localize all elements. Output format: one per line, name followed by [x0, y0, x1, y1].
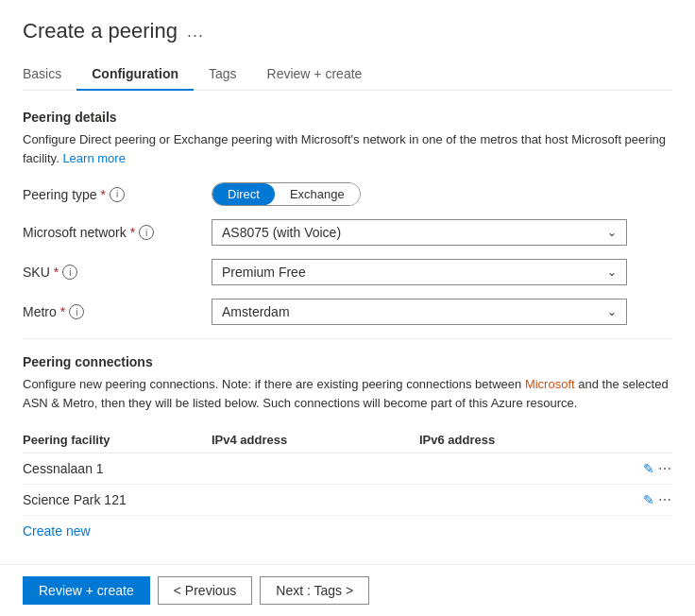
peering-type-row: Peering type * i Direct Exchange: [23, 182, 672, 206]
microsoft-network-dropdown[interactable]: AS8075 (with Voice) ⌄: [212, 219, 672, 246]
create-new-link[interactable]: Create new: [23, 523, 91, 539]
ellipsis-menu[interactable]: ...: [187, 22, 204, 42]
microsoft-network-chevron: ⌄: [607, 226, 617, 239]
facility-cell-1: Science Park 121: [23, 492, 212, 507]
col-header-ipv4: IPv4 address: [212, 433, 419, 447]
tab-configuration[interactable]: Configuration: [76, 59, 194, 91]
peering-type-info-icon[interactable]: i: [110, 187, 125, 202]
peering-details-title: Peering details: [23, 110, 672, 125]
peering-connections-table: Peering facility IPv4 address IPv6 addre…: [23, 427, 672, 516]
table-header: Peering facility IPv4 address IPv6 addre…: [23, 427, 672, 453]
previous-button[interactable]: < Previous: [158, 576, 253, 605]
metro-label: Metro * i: [23, 304, 212, 319]
tab-tags[interactable]: Tags: [194, 59, 252, 91]
col-header-facility: Peering facility: [23, 433, 212, 447]
peering-type-label: Peering type * i: [23, 187, 212, 202]
tab-review-create[interactable]: Review + create: [252, 59, 378, 91]
metro-dropdown[interactable]: Amsterdam ⌄: [212, 299, 672, 325]
microsoft-network-row: Microsoft network * i AS8075 (with Voice…: [23, 219, 672, 246]
tab-basics[interactable]: Basics: [23, 59, 76, 91]
more-icon-0[interactable]: ⋯: [658, 461, 672, 476]
sku-value: Premium Free: [222, 265, 306, 280]
table-row: Cessnalaan 1 ✎ ⋯: [23, 453, 672, 485]
table-row: Science Park 121 ✎ ⋯: [23, 485, 672, 516]
microsoft-network-value: AS8075 (with Voice): [222, 225, 341, 240]
peering-details-desc: Configure Direct peering or Exchange pee…: [23, 130, 672, 167]
microsoft-network-info-icon[interactable]: i: [139, 225, 154, 240]
sku-dropdown[interactable]: Premium Free ⌄: [212, 259, 672, 285]
row-actions-1: ✎ ⋯: [643, 492, 672, 507]
required-star-sku: *: [54, 265, 59, 280]
metro-info-icon[interactable]: i: [69, 304, 84, 319]
peering-connections-desc: Configure new peering connections. Note:…: [23, 375, 672, 412]
edit-icon-0[interactable]: ✎: [643, 461, 654, 476]
tab-bar: Basics Configuration Tags Review + creat…: [23, 59, 672, 91]
review-create-button[interactable]: Review + create: [23, 576, 150, 605]
col-header-ipv6: IPv6 address: [419, 433, 616, 447]
toggle-exchange[interactable]: Exchange: [275, 183, 360, 205]
sku-row: SKU * i Premium Free ⌄: [23, 259, 672, 285]
edit-icon-1[interactable]: ✎: [643, 492, 654, 507]
microsoft-highlight: Microsoft: [525, 377, 575, 391]
required-star-ms: *: [130, 225, 135, 240]
sku-label: SKU * i: [23, 265, 212, 280]
more-icon-1[interactable]: ⋯: [658, 492, 672, 507]
learn-more-link[interactable]: Learn more: [62, 151, 125, 165]
next-button[interactable]: Next : Tags >: [260, 576, 369, 605]
facility-cell-0: Cessnalaan 1: [23, 461, 212, 476]
metro-chevron: ⌄: [607, 305, 617, 318]
peering-connections-section: Peering connections Configure new peerin…: [23, 354, 672, 539]
section-divider: [23, 338, 672, 339]
footer: Review + create < Previous Next : Tags >: [0, 564, 695, 616]
required-star-metro: *: [60, 304, 65, 319]
sku-info-icon[interactable]: i: [62, 265, 77, 280]
peering-details-section: Peering details Configure Direct peering…: [23, 110, 672, 325]
sku-chevron: ⌄: [607, 265, 617, 279]
row-actions-0: ✎ ⋯: [643, 461, 672, 476]
toggle-direct[interactable]: Direct: [212, 183, 275, 205]
peering-connections-title: Peering connections: [23, 354, 672, 369]
microsoft-network-label: Microsoft network * i: [23, 225, 212, 240]
metro-row: Metro * i Amsterdam ⌄: [23, 299, 672, 325]
col-header-actions: [616, 433, 672, 447]
peering-type-toggle[interactable]: Direct Exchange: [212, 182, 672, 206]
required-star: *: [101, 187, 106, 202]
page-title: Create a peering: [23, 19, 178, 43]
metro-value: Amsterdam: [222, 304, 290, 319]
